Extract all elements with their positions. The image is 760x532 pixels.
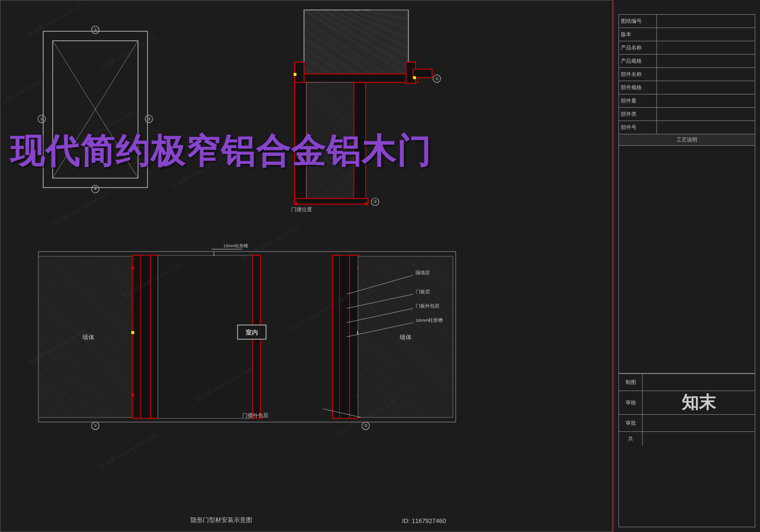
- tb-label-product-spec: 产品规格: [619, 55, 657, 67]
- tb-bottom-label-review: 审核: [619, 391, 643, 414]
- svg-text:门板外包层: 门板外包层: [416, 303, 439, 308]
- tb-process-title: 工艺说明: [619, 134, 755, 146]
- main-title: 现代简约极窄铝合金铝木门: [10, 129, 432, 174]
- svg-rect-32: [413, 76, 416, 79]
- tb-value-product-name: [657, 41, 755, 54]
- tb-row-product-name: 产品名称: [619, 41, 755, 55]
- diagram-id: ID: 1167927460: [402, 517, 446, 524]
- svg-rect-88: [132, 394, 134, 397]
- tb-bottom-row-approve: 审批: [619, 414, 755, 431]
- svg-text:隔墙层: 隔墙层: [416, 270, 430, 275]
- tb-bottom-label-total: 共: [619, 432, 643, 446]
- svg-rect-30: [413, 69, 432, 78]
- svg-text:墙体: 墙体: [82, 334, 95, 341]
- svg-text:②: ②: [364, 423, 368, 428]
- tb-value-version: [657, 28, 755, 41]
- svg-text:①: ①: [94, 423, 97, 428]
- svg-rect-85: [141, 255, 151, 418]
- tb-bottom-value-draft: [643, 374, 755, 391]
- svg-text:③: ③: [147, 117, 151, 121]
- svg-text:①: ①: [94, 28, 97, 32]
- tb-row-part-spec: 部件规格: [619, 81, 755, 94]
- svg-rect-86: [151, 255, 158, 418]
- svg-text:门搂位置: 门搂位置: [291, 206, 312, 212]
- tb-bottom-row-total: 共: [619, 431, 755, 446]
- tb-label-part-name: 部件名称: [619, 68, 657, 81]
- tb-row-drawing-number: 图纸编号: [619, 15, 755, 28]
- svg-rect-97: [340, 255, 350, 418]
- tb-label-part-type: 部件类: [619, 108, 657, 121]
- tb-bottom-value-total: [643, 432, 755, 446]
- tb-row-product-spec: 产品规格: [619, 55, 755, 68]
- tb-bottom-label-approve: 审批: [619, 415, 643, 431]
- main-container: 知末网 www.znzmo.com 知末网 www.znzmo.com 知末网 …: [0, 0, 760, 532]
- svg-rect-53: [294, 202, 297, 205]
- tb-label-version: 版本: [619, 28, 657, 41]
- svg-text:门板层: 门板层: [416, 289, 430, 294]
- title-block: 图纸编号 版本 产品名称 产品规格 部件名称 部件规格: [613, 0, 760, 532]
- drawing-area: 知末网 www.znzmo.com 知末网 www.znzmo.com 知末网 …: [0, 0, 613, 532]
- svg-text:15mm柱形槽: 15mm柱形槽: [223, 243, 248, 248]
- tb-row-part-num: 部件号: [619, 121, 755, 134]
- tb-bottom-label-draft: 制图: [619, 374, 643, 391]
- title-block-inner: 图纸编号 版本 产品名称 产品规格 部件名称 部件规格: [618, 14, 755, 527]
- tb-value-product-spec: [657, 55, 755, 67]
- svg-text:①: ①: [435, 76, 439, 81]
- svg-text:室内: 室内: [246, 329, 258, 336]
- diagram-title: 隐形门型材安装示意图: [190, 516, 252, 524]
- svg-text:②: ②: [373, 199, 377, 204]
- tb-row-version: 版本: [619, 28, 755, 41]
- tb-process-area: [619, 146, 755, 373]
- tb-label-product-name: 产品名称: [619, 41, 657, 54]
- svg-rect-52: [294, 198, 368, 204]
- svg-text:②: ②: [40, 117, 44, 121]
- tb-value-part-type: [657, 108, 755, 121]
- svg-text:墙体: 墙体: [399, 334, 412, 341]
- tb-label-part-qty: 部件量: [619, 94, 657, 107]
- tb-bottom-value-review: 知末: [643, 391, 755, 414]
- zhimo-logo: 知末: [682, 391, 716, 414]
- tb-value-part-spec: [657, 81, 755, 94]
- svg-text:16mm柱形槽: 16mm柱形槽: [416, 317, 443, 323]
- tb-row-part-name: 部件名称: [619, 68, 755, 81]
- tb-value-drawing-number: [657, 15, 755, 28]
- svg-rect-98: [350, 255, 358, 418]
- svg-rect-54: [365, 202, 368, 205]
- tb-value-part-name: [657, 68, 755, 81]
- svg-rect-96: [332, 255, 340, 418]
- svg-rect-31: [294, 73, 296, 76]
- tb-bottom-row-review: 审核 知末: [619, 391, 755, 414]
- svg-text:④: ④: [94, 187, 97, 191]
- tb-label-part-num: 部件号: [619, 121, 657, 134]
- tb-label-drawing-number: 图纸编号: [619, 15, 657, 28]
- tb-row-part-type: 部件类: [619, 108, 755, 121]
- tb-value-part-num: [657, 121, 755, 134]
- tb-value-part-qty: [657, 94, 755, 107]
- tb-bottom-row-draft: 制图: [619, 373, 755, 391]
- svg-rect-87: [132, 331, 134, 334]
- svg-rect-89: [132, 267, 134, 270]
- svg-rect-27: [294, 74, 418, 83]
- tb-label-part-spec: 部件规格: [619, 81, 657, 94]
- tb-bottom-value-approve: [643, 415, 755, 431]
- svg-text:门搂外包层: 门搂外包层: [242, 412, 268, 418]
- tb-row-part-qty: 部件量: [619, 94, 755, 108]
- cad-svg: ① ② ③ ④: [0, 0, 612, 532]
